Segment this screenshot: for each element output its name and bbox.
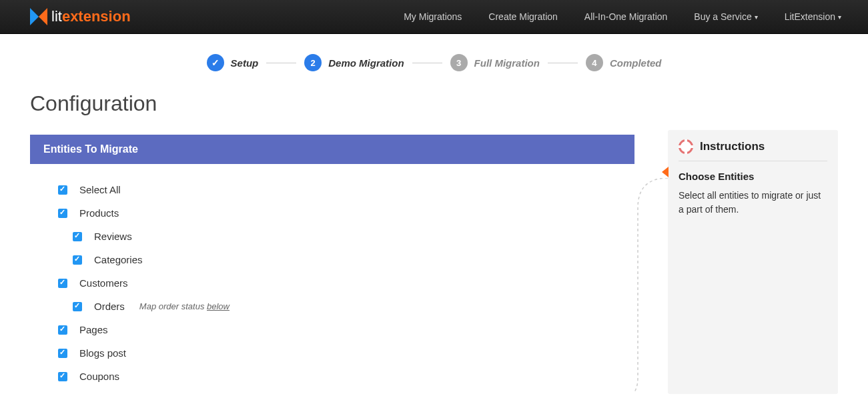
nav-buy-service[interactable]: Buy a Service▾ [681,0,771,34]
step-full-migration: 3 Full Migration [450,54,540,71]
checkbox-select-all[interactable] [58,185,67,195]
entity-blogs: Blogs post [58,347,634,359]
progress-stepper: ✓ Setup 2 Demo Migration 3 Full Migratio… [0,34,868,85]
instructions-header: Instructions [679,139,827,161]
entity-coupons: Coupons [58,371,634,382]
chevron-down-icon: ▾ [755,13,758,21]
nav-all-in-one[interactable]: All-In-One Migration [571,0,681,34]
instructions-body: Select all entities to migrate or just a… [679,189,827,217]
brand-text: litextension [51,8,131,25]
step-connector [412,63,442,63]
nav-create-migration[interactable]: Create Migration [475,0,571,34]
top-navbar: litextension My Migrations Create Migrat… [0,0,868,34]
entity-label: Blogs post [79,347,126,359]
entity-label: Categories [94,254,143,265]
step-label: Full Migration [474,57,540,69]
entity-label: Products [79,207,119,219]
entity-reviews: Reviews [58,231,634,242]
orders-note: Map order status below [139,301,230,311]
step-number: 2 [304,54,322,71]
checkbox-pages[interactable] [58,325,67,335]
entity-categories: Categories [58,254,634,265]
orders-note-link[interactable]: below [207,301,230,311]
checkbox-products[interactable] [58,209,67,218]
checkbox-orders[interactable] [73,302,82,311]
pointer-icon [662,167,669,177]
nav-my-migrations[interactable]: My Migrations [390,0,475,34]
nav-links: My Migrations Create Migration All-In-On… [390,0,855,34]
step-number: 4 [586,54,603,71]
main-content: Configuration Entities To Migrate Select… [30,91,634,394]
entities-section-header: Entities To Migrate [30,135,634,164]
instructions-panel: Instructions Choose Entities Select all … [668,130,838,394]
step-label: Setup [231,57,259,69]
page-title: Configuration [30,91,634,116]
checkbox-coupons[interactable] [58,372,67,381]
entity-label: Select All [79,184,121,195]
entity-label: Pages [79,324,108,335]
entity-select-all: Select All [58,184,634,195]
entity-label: Customers [79,277,128,289]
step-connector [548,63,578,63]
nav-litextension[interactable]: LitExtension▾ [771,0,855,34]
checkbox-customers[interactable] [58,279,67,288]
entity-label: Coupons [79,371,119,382]
check-icon: ✓ [207,54,224,71]
step-setup: ✓ Setup [207,54,259,71]
entity-orders: Orders Map order status below [58,301,634,312]
entity-pages: Pages [58,324,634,335]
step-label: Demo Migration [328,57,404,69]
checkbox-categories[interactable] [73,255,82,265]
entity-label: Orders [94,301,125,312]
entity-label: Reviews [94,231,132,242]
step-connector [266,63,296,63]
step-demo-migration: 2 Demo Migration [304,54,404,71]
lifebuoy-icon [679,139,693,154]
checkbox-reviews[interactable] [73,232,82,241]
entity-products: Products [58,207,634,219]
brand-logo[interactable]: litextension [30,8,131,25]
checkbox-blogs[interactable] [58,349,67,358]
entities-list: Select All Products Reviews Categories C… [30,184,634,382]
instructions-title: Instructions [700,140,765,153]
entity-customers: Customers [58,277,634,289]
step-completed: 4 Completed [586,54,662,71]
chevron-down-icon: ▾ [838,13,841,21]
connector-path [634,178,668,405]
logo-icon [30,8,47,25]
instructions-subtitle: Choose Entities [679,171,827,182]
step-number: 3 [450,54,468,71]
step-label: Completed [610,57,662,69]
